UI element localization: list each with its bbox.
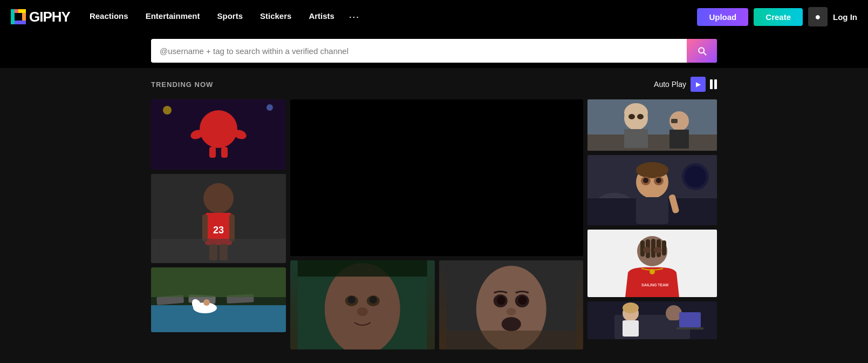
svg-point-40: [370, 296, 377, 304]
gif-item[interactable]: [439, 260, 584, 349]
create-button[interactable]: Create: [754, 8, 803, 26]
logo[interactable]: GIPHY: [11, 9, 70, 25]
autoplay-label: Auto Play: [654, 80, 686, 89]
trending-header: TRENDING NOW Auto Play ▶: [151, 77, 717, 92]
gif-column-left: 23: [151, 99, 286, 349]
svg-point-16: [266, 104, 273, 111]
gif-item[interactable]: [151, 99, 286, 170]
gif-thumbnail: SAILING TEAM: [587, 230, 717, 297]
svg-point-55: [624, 103, 648, 123]
gif-thumbnail: [151, 99, 286, 170]
svg-point-15: [163, 106, 172, 115]
gif-thumbnail: [290, 260, 435, 349]
svg-rect-1: [15, 9, 18, 13]
svg-rect-51: [446, 331, 576, 349]
autoplay-pause-button[interactable]: [710, 79, 717, 89]
nav-item-sports[interactable]: Sports: [208, 0, 251, 33]
gif-column-center: [290, 99, 583, 349]
svg-rect-21: [229, 214, 235, 241]
more-dots-icon: ⋯: [348, 10, 359, 23]
search-bar: [151, 39, 717, 63]
svg-rect-93: [679, 312, 701, 327]
svg-point-82: [643, 247, 651, 253]
search-button[interactable]: [687, 39, 717, 63]
svg-point-83: [654, 247, 661, 253]
svg-rect-20: [202, 214, 208, 241]
svg-point-74: [685, 166, 706, 187]
gif-column-right: SAILING TEAM: [587, 99, 717, 349]
svg-text:23: 23: [213, 225, 224, 236]
main-content: TRENDING NOW Auto Play ▶: [0, 68, 868, 358]
svg-point-48: [518, 296, 527, 305]
main-nav: Reactions Entertainment Sports Stickers …: [81, 0, 692, 33]
svg-rect-3: [15, 21, 26, 24]
svg-rect-42: [298, 260, 427, 277]
svg-point-8: [222, 122, 228, 129]
nav-item-entertainment[interactable]: Entertainment: [137, 0, 209, 33]
nav-more-button[interactable]: ⋯: [343, 0, 365, 33]
gif-item[interactable]: [587, 301, 717, 339]
nav-item-stickers[interactable]: Stickers: [251, 0, 300, 33]
gif-thumbnail: [151, 267, 286, 332]
svg-rect-34: [151, 267, 286, 297]
header: GIPHY Reactions Entertainment Sports Sti…: [0, 0, 868, 33]
search-bar-section: [0, 33, 868, 68]
svg-point-49: [506, 308, 516, 315]
svg-rect-13: [209, 147, 216, 158]
gif-thumbnail: [439, 260, 584, 349]
svg-rect-61: [671, 119, 678, 123]
gif-item[interactable]: [587, 155, 717, 225]
svg-point-90: [623, 302, 639, 313]
svg-rect-0: [11, 9, 15, 24]
gif-item[interactable]: [151, 267, 286, 332]
search-input[interactable]: [151, 40, 687, 62]
search-icon: [696, 45, 707, 56]
svg-text:SAILING TEAM: SAILING TEAM: [641, 283, 668, 287]
trending-title: TRENDING NOW: [151, 80, 213, 89]
play-icon: ▶: [696, 80, 701, 88]
nav-item-reactions[interactable]: Reactions: [81, 0, 137, 33]
gif-grid: 23: [151, 99, 717, 349]
svg-point-39: [348, 296, 356, 304]
logo-icon: [11, 9, 26, 24]
svg-point-41: [357, 307, 368, 316]
gif-thumbnail: 23: [151, 174, 286, 263]
gif-item[interactable]: [290, 260, 435, 349]
svg-rect-71: [636, 197, 668, 224]
svg-point-84: [650, 269, 655, 274]
gif-center-bottom: [290, 260, 583, 349]
autoplay-play-button[interactable]: ▶: [691, 77, 706, 92]
autoplay-controls: Auto Play ▶: [654, 77, 717, 92]
user-icon-button[interactable]: ●: [808, 7, 828, 26]
gif-thumbnail: [587, 99, 717, 151]
gif-item[interactable]: SAILING TEAM: [587, 230, 717, 297]
svg-point-18: [203, 183, 234, 213]
svg-point-57: [628, 114, 635, 119]
svg-point-10: [224, 124, 228, 127]
svg-rect-24: [151, 239, 286, 263]
svg-rect-94: [676, 327, 703, 330]
svg-rect-2: [18, 9, 26, 13]
svg-rect-89: [623, 320, 639, 337]
nav-item-artists[interactable]: Artists: [300, 0, 343, 33]
svg-point-70: [656, 178, 661, 183]
svg-rect-81: [662, 240, 666, 256]
svg-point-7: [209, 122, 215, 129]
pause-bar-2: [714, 79, 717, 89]
svg-rect-4: [22, 13, 26, 21]
gif-item[interactable]: 23: [151, 174, 286, 263]
user-icon: ●: [815, 11, 821, 23]
login-button[interactable]: Log In: [833, 12, 857, 22]
svg-point-66: [636, 162, 668, 178]
upload-button[interactable]: Upload: [697, 8, 748, 26]
svg-rect-27: [151, 305, 286, 332]
gif-item-large[interactable]: [290, 99, 583, 256]
svg-rect-53: [587, 135, 717, 151]
svg-point-69: [643, 178, 648, 183]
svg-point-58: [637, 114, 644, 119]
svg-point-50: [501, 317, 521, 331]
gif-item[interactable]: [587, 99, 717, 151]
logo-text: GIPHY: [29, 9, 70, 25]
pause-bar-1: [710, 79, 713, 89]
gif-thumbnail: [587, 155, 717, 225]
